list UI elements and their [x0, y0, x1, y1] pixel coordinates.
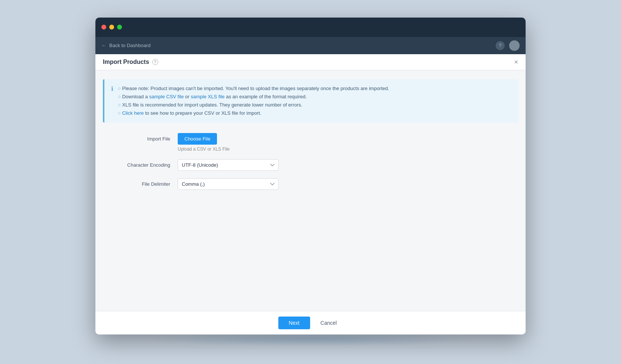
choose-file-button[interactable]: Choose File: [178, 133, 217, 145]
file-delimiter-field: Comma (,) Semicolon (;) Tab Pipe (|): [178, 178, 518, 190]
info-box: ℹ Please note: Product images can't be i…: [103, 79, 518, 123]
close-button[interactable]: ×: [514, 59, 518, 65]
next-button[interactable]: Next: [278, 317, 310, 329]
char-encoding-row: Character Encoding UTF-8 (Unicode) UTF-1…: [103, 159, 518, 171]
info-content: Please note: Product images can't be imp…: [118, 84, 389, 117]
info-line-4: Click here to see how to prepare your CS…: [118, 109, 389, 117]
footer: Next Cancel: [95, 311, 526, 334]
back-label: Back to Dashboard: [109, 43, 151, 48]
info-line-1: Please note: Product images can't be imp…: [118, 84, 389, 93]
form-container: ℹ Please note: Product images can't be i…: [95, 70, 526, 206]
sample-xls-link[interactable]: sample XLS file: [191, 94, 224, 99]
info-line-2: Download a sample CSV file or sample XLS…: [118, 93, 389, 101]
char-encoding-field: UTF-8 (Unicode) UTF-16 ISO-8859-1 Window…: [178, 159, 518, 171]
main-window: ← Back to Dashboard ? Import Products ? …: [95, 18, 526, 334]
navbar-right: ?: [496, 40, 520, 51]
navbar: ← Back to Dashboard ?: [95, 37, 526, 54]
char-encoding-select[interactable]: UTF-8 (Unicode) UTF-16 ISO-8859-1 Window…: [178, 159, 279, 171]
import-file-label: Import File: [103, 133, 178, 142]
back-to-dashboard[interactable]: ← Back to Dashboard: [101, 43, 151, 48]
question-icon: ?: [499, 43, 501, 48]
help-nav-icon[interactable]: ?: [496, 41, 505, 50]
file-hint: Upload a CSV or XLS File: [178, 146, 518, 152]
close-traffic-light[interactable]: [101, 25, 106, 30]
page-header: Import Products ? ×: [95, 54, 526, 70]
cancel-button[interactable]: Cancel: [315, 317, 343, 329]
click-here-link[interactable]: Click here: [122, 110, 144, 116]
file-delimiter-row: File Delimiter Comma (,) Semicolon (;) T…: [103, 178, 518, 190]
titlebar: [95, 18, 526, 37]
char-encoding-label: Character Encoding: [103, 159, 178, 168]
sample-csv-link[interactable]: sample CSV file: [149, 94, 184, 99]
content-spacer: [95, 206, 526, 311]
import-file-field: Choose File Upload a CSV or XLS File: [178, 133, 518, 152]
import-file-row: Import File Choose File Upload a CSV or …: [103, 133, 518, 152]
page-help-icon[interactable]: ?: [152, 59, 158, 65]
maximize-traffic-light[interactable]: [117, 25, 122, 30]
page-title-row: Import Products ?: [103, 59, 158, 65]
content-area: Import Products ? × ℹ Please note: Produ…: [95, 54, 526, 311]
info-icon: ℹ: [111, 85, 113, 117]
avatar[interactable]: [509, 40, 520, 51]
file-delimiter-select[interactable]: Comma (,) Semicolon (;) Tab Pipe (|): [178, 178, 279, 190]
back-arrow-icon: ←: [101, 43, 106, 48]
minimize-traffic-light[interactable]: [109, 25, 114, 30]
info-line-3: XLS file is recommended for import updat…: [118, 101, 389, 109]
page-title: Import Products: [103, 59, 149, 65]
file-delimiter-label: File Delimiter: [103, 178, 178, 187]
